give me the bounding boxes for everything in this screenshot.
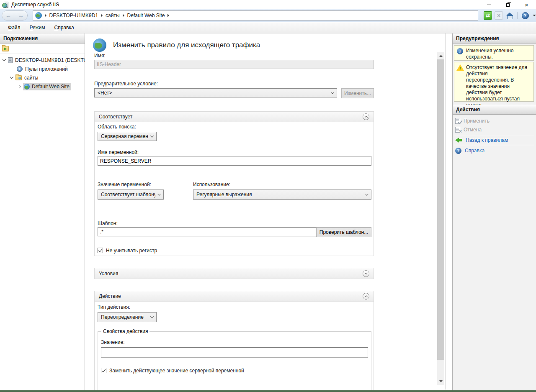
title-bar: Диспетчер служб IIS × <box>0 0 536 9</box>
match-section-header[interactable]: Соответствует <box>95 112 374 122</box>
nav-toolbar: ⇄ × ? <box>482 11 536 20</box>
cancel-label: Отмена <box>464 127 482 133</box>
expander-open-icon[interactable] <box>3 58 6 61</box>
replace-value-checkbox[interactable] <box>101 368 106 373</box>
name-input[interactable] <box>94 60 374 69</box>
precondition-label: Предварительное условие: <box>94 81 158 87</box>
tree-item-server[interactable]: DESKTOP-U1MK9D1 (DESKTOI <box>0 56 85 64</box>
scope-label: Область поиска: <box>98 124 136 130</box>
value-input[interactable] <box>101 347 368 358</box>
refresh-button[interactable]: ⇄ <box>484 11 492 20</box>
chevron-down-icon <box>365 192 368 195</box>
tree-item-label: Default Web Site <box>32 84 70 90</box>
apply-icon <box>455 118 460 124</box>
help-dropdown-caret[interactable] <box>533 15 536 16</box>
vertical-scrollbar[interactable] <box>437 52 444 385</box>
menu-help[interactable]: Справка <box>50 23 79 33</box>
main-content: Изменить правило для исходящего трафика … <box>85 33 452 391</box>
tree-item-app-pools[interactable]: Пулы приложений <box>0 64 85 73</box>
selected-tree-item[interactable]: Default Web Site <box>23 83 71 90</box>
home-button[interactable] <box>505 11 514 20</box>
chevron-up-icon <box>364 295 367 298</box>
breadcrumb-arrow-icon <box>45 14 46 17</box>
edit-precondition-button[interactable]: Изменить... <box>341 88 374 98</box>
site-globe-icon <box>24 84 30 90</box>
variable-name-label: Имя переменной: <box>98 149 139 155</box>
expander-open-icon[interactable] <box>10 75 13 79</box>
connections-toolbar <box>0 44 85 54</box>
toolbar-divider <box>517 12 518 19</box>
connections-tree: DESKTOP-U1MK9D1 (DESKTOI Пулы приложений… <box>0 54 85 91</box>
restore-icon <box>506 3 510 7</box>
back-to-rules-label: Назад к правилам <box>466 137 508 143</box>
info-alert: i Изменения успешно сохранены. <box>454 45 534 61</box>
precondition-select[interactable]: <Нет> <box>94 88 337 97</box>
apply-button[interactable]: Применить <box>455 117 490 125</box>
tree-item-sites[interactable]: сайты <box>0 73 85 82</box>
tree-item-label: Пулы приложений <box>25 66 68 72</box>
scroll-down-button[interactable] <box>437 378 444 385</box>
chevron-up-icon <box>364 116 367 119</box>
action-section-header[interactable]: Действие <box>95 291 374 302</box>
forward-button[interactable]: → <box>16 13 26 18</box>
scrollbar-thumb[interactable] <box>437 59 444 360</box>
breadcrumb-arrow-icon <box>123 14 124 17</box>
breadcrumb-arrow-icon <box>101 14 103 17</box>
menu-bar: Файл Режим Справка <box>0 22 536 33</box>
warning-alert: Отсутствует значение для действия переоп… <box>454 62 534 102</box>
collapse-button[interactable] <box>363 113 369 120</box>
usage-select[interactable]: Регулярные выражения <box>193 190 371 200</box>
menu-file[interactable]: Файл <box>3 23 25 33</box>
help-button[interactable]: ? <box>521 11 529 20</box>
variable-value-select[interactable]: Соответствует шаблону <box>98 190 164 200</box>
expander-closed-icon[interactable] <box>18 85 21 88</box>
tree-item-label: сайты <box>24 75 39 81</box>
ignore-case-checkbox[interactable] <box>98 248 103 253</box>
expand-button[interactable] <box>363 270 369 277</box>
ignore-case-label: Не учитывать регистр <box>106 248 157 254</box>
app-pools-icon <box>17 66 23 72</box>
action-section-title: Действие <box>99 293 121 299</box>
divider <box>454 135 534 135</box>
close-icon: × <box>525 2 528 8</box>
cancel-button[interactable]: Отмена <box>455 126 482 133</box>
info-icon: i <box>457 48 463 54</box>
value-label: Значение: <box>101 339 125 345</box>
action-type-select[interactable]: Переопределение <box>98 312 157 322</box>
close-button[interactable]: × <box>517 0 536 9</box>
back-button[interactable]: ← <box>4 13 13 18</box>
warnings-header: Предупреждения <box>453 33 536 44</box>
collapse-button[interactable] <box>363 293 369 300</box>
chevron-down-icon <box>364 272 367 274</box>
stop-button[interactable]: × <box>495 11 503 20</box>
scope-select[interactable]: Серверная переменн <box>98 132 157 141</box>
tree-item-default-web-site[interactable]: Default Web Site <box>0 82 85 91</box>
back-to-rules-link[interactable]: Назад к правилам <box>455 136 508 144</box>
scroll-up-button[interactable] <box>437 52 444 59</box>
help-label: Справка <box>465 148 484 154</box>
action-type-value: Переопределение <box>101 314 148 320</box>
breadcrumb-default-web-site[interactable]: Default Web Site <box>127 13 165 18</box>
restore-button[interactable] <box>498 0 517 9</box>
info-alert-text: Изменения успешно сохранены. <box>466 48 513 60</box>
actions-header: Действия <box>453 105 536 115</box>
breadcrumb-server[interactable]: DESKTOP-U1MK9D1 <box>49 13 98 18</box>
right-panel: Предупреждения i Изменения успешно сохра… <box>452 33 536 391</box>
help-link[interactable]: ? Справка <box>455 147 484 154</box>
conditions-section-header[interactable]: Условия <box>95 268 374 279</box>
cancel-icon <box>455 127 460 133</box>
replace-value-label: Заменить действующее значение серверной … <box>109 368 244 374</box>
pattern-input[interactable] <box>98 227 316 236</box>
menu-view[interactable]: Режим <box>25 23 50 33</box>
action-properties-legend: Свойства действия <box>101 328 149 334</box>
breadcrumb-sites[interactable]: сайты <box>106 13 120 18</box>
variable-name-input[interactable] <box>98 156 371 166</box>
minimize-button[interactable] <box>479 0 498 9</box>
test-pattern-button[interactable]: Проверить шаблон... <box>316 227 371 237</box>
address-bar: ← → DESKTOP-U1MK9D1 сайты Default Web Si… <box>0 9 536 22</box>
connections-panel: Подключения DESKTOP-U1MK9D1 (DESKTOI Пул… <box>0 33 85 391</box>
connect-folder-icon[interactable] <box>2 46 9 51</box>
tree-item-label: DESKTOP-U1MK9D1 (DESKTOI <box>15 57 85 63</box>
warning-alert-text: Отсутствует значение для действия переоп… <box>466 64 527 108</box>
chevron-down-icon <box>331 90 334 94</box>
